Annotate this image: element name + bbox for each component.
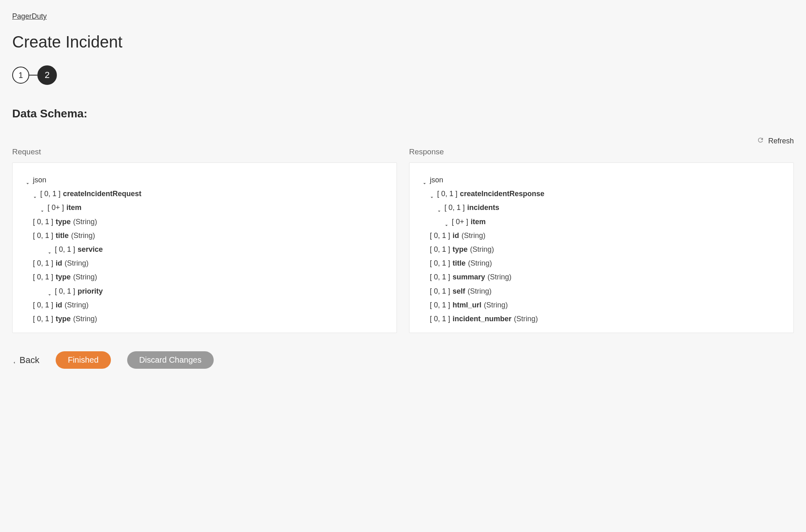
- step-indicator: 1 2: [12, 65, 794, 85]
- request-schema-box: json [ 0, 1 ] createIncidentRequest [ 0+…: [12, 162, 397, 333]
- step-2[interactable]: 2: [37, 65, 57, 85]
- response-header: Response: [409, 147, 794, 156]
- tree-node-json[interactable]: json: [422, 173, 781, 187]
- tree-node-service-id[interactable]: [ 0, 1 ] id (String): [25, 256, 384, 270]
- tree-node-priority[interactable]: [ 0, 1 ] priority: [25, 284, 384, 298]
- tree-node-title[interactable]: [ 0, 1 ] title (String): [422, 256, 781, 270]
- request-header: Request: [12, 147, 397, 156]
- chevron-down-icon: [436, 205, 442, 210]
- chevron-down-icon: [47, 247, 52, 252]
- back-button[interactable]: Back: [12, 355, 39, 365]
- tree-node-incidents[interactable]: [ 0, 1 ] incidents: [422, 201, 781, 214]
- refresh-label: Refresh: [768, 137, 794, 145]
- tree-node-id[interactable]: [ 0, 1 ] id (String): [422, 229, 781, 242]
- page-title: Create Incident: [12, 33, 794, 51]
- tree-node-self[interactable]: [ 0, 1 ] self (String): [422, 284, 781, 298]
- chevron-down-icon: [32, 191, 38, 197]
- step-connector: [29, 75, 37, 76]
- tree-node-item[interactable]: [ 0+ ] item: [25, 201, 384, 214]
- tree-node-service[interactable]: [ 0, 1 ] service: [25, 242, 384, 256]
- chevron-down-icon: [422, 177, 427, 183]
- refresh-button[interactable]: Refresh: [12, 136, 794, 145]
- footer-actions: Back Finished Discard Changes: [12, 351, 794, 369]
- tree-node-priority-id[interactable]: [ 0, 1 ] id (String): [25, 298, 384, 312]
- tree-node-json[interactable]: json: [25, 173, 384, 187]
- response-schema-box: json [ 0, 1 ] createIncidentResponse [ 0…: [409, 162, 794, 333]
- tree-node-type[interactable]: [ 0, 1 ] type (String): [422, 242, 781, 256]
- tree-node-item[interactable]: [ 0+ ] item: [422, 215, 781, 229]
- request-column: Request json [ 0, 1 ] createIncidentRequ…: [12, 147, 397, 333]
- chevron-down-icon: [47, 288, 52, 294]
- chevron-down-icon: [444, 219, 449, 225]
- chevron-down-icon: [25, 177, 30, 183]
- tree-node-summary[interactable]: [ 0, 1 ] summary (String): [422, 270, 781, 284]
- section-title: Data Schema:: [12, 107, 794, 120]
- tree-node-priority-type[interactable]: [ 0, 1 ] type (String): [25, 312, 384, 326]
- refresh-icon: [757, 136, 764, 145]
- chevron-left-icon: [12, 357, 16, 363]
- discard-changes-button[interactable]: Discard Changes: [127, 351, 214, 369]
- step-1[interactable]: 1: [12, 67, 29, 84]
- tree-node-title[interactable]: [ 0, 1 ] title (String): [25, 229, 384, 242]
- finished-button[interactable]: Finished: [56, 351, 111, 369]
- tree-node-html-url[interactable]: [ 0, 1 ] html_url (String): [422, 298, 781, 312]
- chevron-down-icon: [39, 205, 45, 210]
- tree-node-incident-number[interactable]: [ 0, 1 ] incident_number (String): [422, 312, 781, 326]
- response-column: Response json [ 0, 1 ] createIncidentRes…: [409, 147, 794, 333]
- back-label: Back: [20, 355, 39, 365]
- chevron-down-icon: [429, 191, 435, 197]
- breadcrumb[interactable]: PagerDuty: [12, 12, 47, 21]
- tree-node-service-type[interactable]: [ 0, 1 ] type (String): [25, 270, 384, 284]
- tree-node-createIncidentResponse[interactable]: [ 0, 1 ] createIncidentResponse: [422, 187, 781, 201]
- tree-node-createIncidentRequest[interactable]: [ 0, 1 ] createIncidentRequest: [25, 187, 384, 201]
- tree-node-type[interactable]: [ 0, 1 ] type (String): [25, 215, 384, 229]
